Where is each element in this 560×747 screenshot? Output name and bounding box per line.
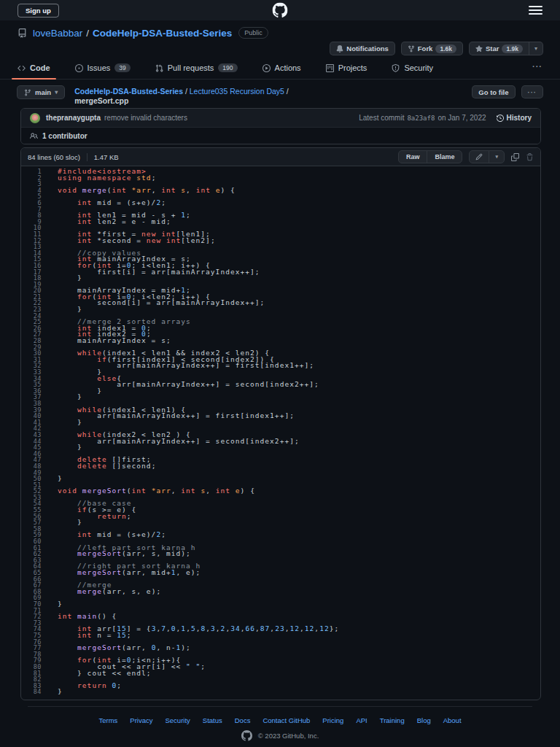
github-logo-icon[interactable]: [273, 3, 288, 18]
branch-selector-button[interactable]: main ▾: [17, 85, 65, 99]
footer-link-terms[interactable]: Terms: [98, 716, 117, 724]
code-line: 56 return;: [21, 514, 540, 520]
footer-link-training[interactable]: Training: [380, 716, 405, 724]
projects-icon: [326, 64, 334, 72]
breadcrumb-repo-link[interactable]: CodeHelp-DSA-Busted-Series: [74, 87, 183, 96]
line-number[interactable]: 84: [21, 689, 42, 695]
history-clock-icon: [497, 115, 504, 122]
code-line: 2using namespace std;: [21, 175, 540, 182]
star-dropdown-caret[interactable]: ▾: [529, 42, 543, 55]
footer-link-privacy[interactable]: Privacy: [130, 716, 152, 724]
footer-link-docs[interactable]: Docs: [235, 716, 251, 724]
code-text: void merge(int *arr, int s, int e) {: [58, 187, 236, 194]
fork-button-group: Fork 1.6k: [401, 42, 463, 55]
breadcrumb-dir-link[interactable]: Lecture035 Recursion Day5: [190, 87, 284, 96]
shield-icon: [392, 64, 400, 72]
code-line: 75 int n = 15;: [21, 632, 540, 639]
code-text: using namespace std;: [58, 175, 156, 182]
code-line: 23 }: [21, 306, 540, 313]
tabs-overflow-button[interactable]: ···: [526, 59, 548, 79]
tab-pull-requests[interactable]: Pull requests 190: [149, 59, 244, 79]
code-text: int n = 15;: [58, 632, 132, 639]
issue-opened-icon: [75, 64, 83, 72]
commit-meta: Latest commit 8a23af8 on Jan 7, 2022: [359, 114, 486, 122]
copyright-text: © 2023 GitHub, Inc.: [258, 732, 319, 740]
tab-projects[interactable]: Projects: [320, 59, 373, 79]
repo-header: loveBabbar/CodeHelp-DSA-Busted-Series Pu…: [0, 27, 560, 39]
code-line: 49: [21, 470, 540, 476]
tab-label: Pull requests: [168, 63, 214, 72]
breadcrumb-separator: /: [183, 87, 190, 96]
code-text: mergeSort(arr, s, mid);: [58, 551, 191, 557]
star-button-group: Star 1.9k ▾: [469, 42, 543, 55]
code-text: void mergeSort(int *arr, int s, int e) {: [58, 488, 255, 495]
tab-security[interactable]: Security: [386, 59, 439, 79]
notifications-button[interactable]: Notifications: [330, 42, 395, 55]
footer-link-api[interactable]: API: [356, 716, 367, 724]
code-line: 22 second[i] = arr[mainArrayIndex++];: [21, 300, 540, 306]
chevron-down-icon: ▾: [55, 89, 58, 96]
history-link[interactable]: History: [497, 114, 532, 122]
code-line: 77 mergeSort(arr, 0, n-1);: [21, 645, 540, 651]
contributors-row[interactable]: 1 contributor: [21, 128, 540, 144]
star-button[interactable]: Star 1.9k: [469, 42, 529, 55]
file-navigation: main ▾ CodeHelp-DSA-Busted-Series / Lect…: [0, 85, 560, 106]
author-avatar[interactable]: [30, 113, 40, 123]
file-nav-actions: Go to file ···: [472, 85, 543, 98]
actions-play-icon: [262, 64, 271, 72]
footer-link-contact[interactable]: Contact GitHub: [262, 716, 310, 724]
commit-author-link[interactable]: thepranaygupta: [46, 114, 101, 122]
blame-button[interactable]: Blame: [427, 151, 462, 163]
footer-link-blog[interactable]: Blog: [417, 716, 431, 724]
code-text: int len2 = e - mid;: [58, 219, 171, 225]
tab-issues[interactable]: Issues 39: [69, 59, 136, 79]
footer-link-status[interactable]: Status: [203, 716, 222, 724]
commit-message-link[interactable]: remove invalid characters: [104, 114, 187, 122]
copy-file-button[interactable]: [511, 153, 519, 161]
footer-link-about[interactable]: About: [443, 716, 462, 724]
code-line: 44 arr[mainArrayIndex++] = second[index2…: [21, 438, 540, 445]
bell-icon: [336, 45, 343, 53]
contributors-count: 1 contributor: [42, 132, 88, 140]
code-text: }: [58, 689, 63, 695]
file-actions: Raw Blame ▾: [398, 150, 534, 163]
code-text: second[i] = arr[mainArrayIndex++];: [58, 300, 265, 306]
code-line: 52void mergeSort(int *arr, int s, int e)…: [21, 488, 540, 495]
sign-up-button[interactable]: Sign up: [18, 4, 59, 18]
code-line: 84}: [21, 689, 540, 695]
latest-commit-label: Latest commit: [359, 114, 404, 122]
code-text: delete []second;: [58, 463, 156, 470]
hamburger-menu-icon[interactable]: [529, 4, 542, 16]
tab-label: Projects: [338, 63, 368, 72]
raw-blame-group: Raw Blame: [398, 150, 463, 163]
title-separator: /: [86, 28, 89, 39]
code-line: 81 } cout << endl;: [21, 670, 540, 677]
star-icon: [475, 45, 483, 53]
fork-button[interactable]: Fork 1.6k: [401, 42, 463, 55]
edit-pencil-button[interactable]: [470, 151, 489, 163]
go-to-file-button[interactable]: Go to file: [472, 85, 515, 98]
tab-code[interactable]: Code: [12, 59, 56, 79]
breadcrumb-file-name: mergeSort.cpp: [74, 96, 463, 106]
commit-sha-link[interactable]: 8a23af8: [407, 115, 435, 122]
repo-name-link[interactable]: CodeHelp-DSA-Busted-Series: [93, 28, 232, 39]
pull-requests-count-badge: 190: [218, 63, 237, 72]
visibility-badge: Public: [238, 27, 268, 39]
github-footer-logo-icon: [241, 730, 252, 741]
commit-header: thepranaygupta remove invalid characters…: [21, 109, 540, 128]
footer-link-security[interactable]: Security: [165, 716, 190, 724]
more-options-button[interactable]: ···: [521, 85, 544, 98]
code-text: mainArrayIndex = s;: [58, 338, 171, 344]
footer-link-pricing[interactable]: Pricing: [322, 716, 343, 724]
code-line: 6 int mid = (s+e)/2;: [21, 200, 540, 206]
pull-request-icon: [155, 64, 163, 72]
code-line: 72int main() {: [21, 614, 540, 620]
edit-dropdown-caret[interactable]: ▾: [489, 151, 504, 163]
copy-icon: [511, 153, 519, 161]
delete-file-button[interactable]: [526, 153, 534, 161]
repo-owner-link[interactable]: loveBabbar: [33, 28, 82, 39]
raw-button[interactable]: Raw: [399, 151, 427, 163]
file-line-count: 84 lines (60 sloc): [28, 153, 80, 161]
latest-commit-box: thepranaygupta remove invalid characters…: [20, 108, 541, 144]
tab-actions[interactable]: Actions: [257, 59, 307, 79]
